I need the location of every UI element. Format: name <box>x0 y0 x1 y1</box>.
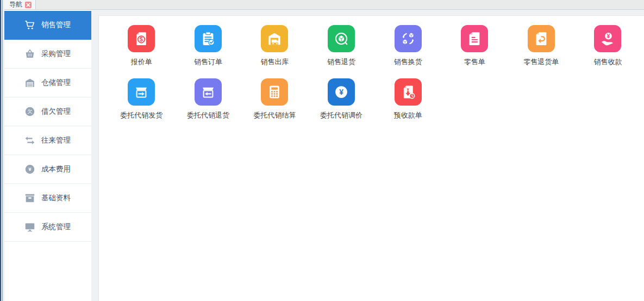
tab-close-icon[interactable] <box>25 2 32 8</box>
shortcut-label: 委托代销发货 <box>120 110 162 120</box>
sidebar-item-label: 往来管理 <box>41 136 71 145</box>
sidebar-item-label: 销售管理 <box>41 20 71 30</box>
sidebar-item-label: 基础资料 <box>41 193 71 203</box>
sidebar-item-cost-expense[interactable]: ¥成本费用 <box>4 155 91 184</box>
sidebar-item-basic-data[interactable]: 基础资料 <box>4 184 91 213</box>
clipboard-check-icon <box>195 25 222 52</box>
shortcut-label: 零售单 <box>464 57 485 67</box>
shortcut-label: 委托代销退货 <box>187 110 229 120</box>
shortcut-sales-order[interactable]: 销售订单 <box>175 25 242 78</box>
svg-text:¥: ¥ <box>339 88 343 96</box>
box-return-icon <box>328 25 355 52</box>
shortcut-label: 委托代销结算 <box>253 110 296 120</box>
sidebar-item-purchase-management[interactable]: 采购管理 <box>4 40 91 69</box>
calculator-icon <box>261 78 288 106</box>
sidebar-item-label: 系统管理 <box>41 222 71 232</box>
cost-icon: ¥ <box>24 163 36 175</box>
shortcut-sales-outbound[interactable]: 销售出库 <box>241 25 308 78</box>
doc-return-icon <box>528 25 555 52</box>
boxes-swap-icon <box>395 25 422 52</box>
sidebar-item-contact-management[interactable]: 往来管理 <box>4 126 91 155</box>
warehouse-icon <box>24 77 36 89</box>
shortcut-label: 预收款单 <box>394 110 422 120</box>
basket-icon <box>24 48 36 60</box>
doc-lines-icon <box>461 25 488 52</box>
shortcut-quotation[interactable]: $报价单 <box>108 25 175 78</box>
shortcut-sales-exchange[interactable]: 销售换货 <box>374 25 441 78</box>
svg-text:欠: 欠 <box>27 108 33 114</box>
svg-text:$: $ <box>140 36 143 42</box>
shortcut-consignment-settle[interactable]: 委托代销结算 <box>241 78 308 132</box>
archive-icon <box>24 192 36 204</box>
cart-icon <box>24 19 36 31</box>
shortcut-advance-receipt[interactable]: ¥预收款单 <box>374 78 441 132</box>
shortcut-label: 销售退货 <box>327 57 355 67</box>
shortcut-sales-collection[interactable]: ¥销售收款 <box>574 25 641 78</box>
tab-navigation[interactable]: 导航 <box>4 0 36 9</box>
content-panel: $报价单销售订单销售出库销售退货销售换货零售单零售退货单¥销售收款委托代销发货委… <box>98 15 644 301</box>
sidebar-item-sales-management[interactable]: 销售管理 <box>4 11 91 40</box>
shortcut-label: 零售退货单 <box>523 57 559 67</box>
window-frame-strip <box>0 0 4 301</box>
shortcut-retail-order[interactable]: 零售单 <box>441 25 508 78</box>
main-area: $报价单销售订单销售出库销售退货销售换货零售单零售退货单¥销售收款委托代销发货委… <box>91 10 644 301</box>
box-arrow-left-icon <box>195 78 222 106</box>
shortcut-label: 委托代销调价 <box>320 110 362 120</box>
doc-yen-clock-icon: ¥ <box>395 78 422 106</box>
yen-circle-icon: ¥ <box>328 78 355 106</box>
sidebar-item-warehouse-management[interactable]: 仓储管理 <box>4 69 91 97</box>
shortcut-sales-return[interactable]: 销售退货 <box>308 25 375 78</box>
tab-bar: 导航 <box>4 0 644 10</box>
sidebar-item-debt-management[interactable]: 欠借欠管理 <box>4 97 91 126</box>
shortcut-consignment-return[interactable]: 委托代销退货 <box>175 78 242 132</box>
shortcut-grid: $报价单销售订单销售出库销售退货销售换货零售单零售退货单¥销售收款委托代销发货委… <box>99 16 644 132</box>
shortcut-label: 销售收款 <box>593 57 622 67</box>
shortcut-retail-return-order[interactable]: 零售退货单 <box>508 25 575 78</box>
svg-text:¥: ¥ <box>407 87 409 92</box>
sidebar-item-system-management[interactable]: 系统管理 <box>4 213 91 242</box>
warehouse-truck-icon <box>261 25 288 52</box>
shortcut-consignment-reprice[interactable]: ¥委托代销调价 <box>308 78 375 132</box>
box-arrow-right-icon <box>128 78 155 106</box>
shortcut-label: 销售出库 <box>260 57 289 67</box>
shortcut-consignment-ship[interactable]: 委托代销发货 <box>108 78 175 132</box>
doc-dollar-icon: $ <box>128 25 155 52</box>
debt-icon: 欠 <box>24 106 36 118</box>
app-window: 导航 销售管理采购管理仓储管理欠借欠管理往来管理¥成本费用基础资料系统管理 $报… <box>0 0 644 301</box>
monitor-icon <box>24 221 36 233</box>
sidebar-item-label: 仓储管理 <box>41 78 71 88</box>
shortcut-label: 报价单 <box>131 57 152 67</box>
svg-text:¥: ¥ <box>607 33 610 39</box>
tab-label: 导航 <box>9 0 22 9</box>
hand-coin-icon: ¥ <box>594 25 621 52</box>
sidebar-item-label: 采购管理 <box>41 49 71 59</box>
sidebar-item-label: 成本费用 <box>41 164 71 174</box>
svg-text:¥: ¥ <box>28 166 32 172</box>
sidebar-item-label: 借欠管理 <box>41 107 71 116</box>
shortcut-label: 销售换货 <box>394 57 422 67</box>
shortcut-label: 销售订单 <box>194 57 222 67</box>
sidebar: 销售管理采购管理仓储管理欠借欠管理往来管理¥成本费用基础资料系统管理 <box>4 10 91 301</box>
exchange-icon <box>24 134 36 146</box>
